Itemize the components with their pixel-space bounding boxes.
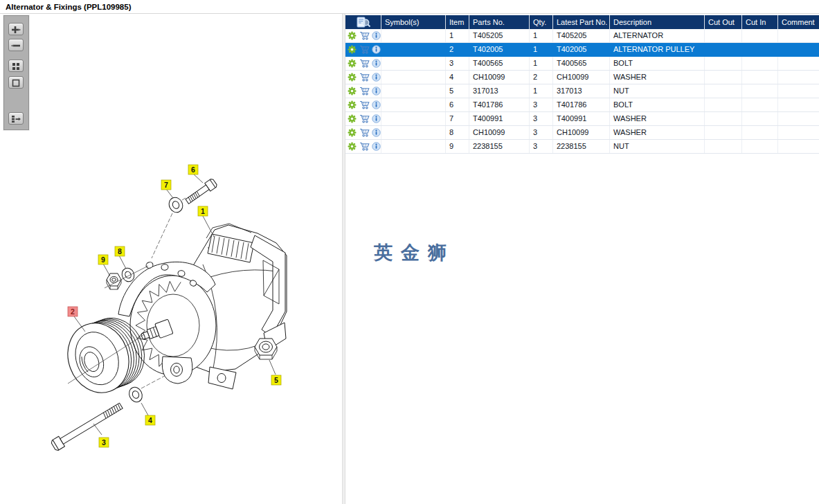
diagram-pane: 123456789 <box>0 14 342 504</box>
info-icon[interactable] <box>372 100 381 110</box>
cell-description: BOLT <box>610 98 705 111</box>
cell-latest-part-no: 317013 <box>553 84 610 98</box>
cell-parts-no: T401786 <box>469 98 530 111</box>
cart-icon[interactable] <box>359 87 370 96</box>
table-row[interactable]: 7 T400991 3 T400991 WASHER <box>345 112 819 126</box>
svg-text:1: 1 <box>201 207 205 215</box>
table-row[interactable]: 5 317013 1 317013 NUT <box>345 84 819 98</box>
callout-9[interactable]: 9 <box>98 255 108 264</box>
column-header-cut-in[interactable]: Cut In <box>742 15 778 29</box>
callout-1[interactable]: 1 <box>198 206 208 216</box>
gear-icon[interactable] <box>348 142 357 152</box>
callout-2[interactable]: 2 <box>68 307 78 316</box>
bolt-6 <box>184 178 217 206</box>
column-header-item[interactable]: Item <box>446 15 469 29</box>
cart-icon[interactable] <box>359 31 370 41</box>
row-actions <box>345 140 381 153</box>
cell-parts-no: T400991 <box>469 112 530 125</box>
page-title-bar: Alternator & Fixings (PPL109985) <box>0 0 819 14</box>
gear-icon[interactable] <box>348 100 357 110</box>
info-icon[interactable] <box>372 59 381 69</box>
column-header-cut-out[interactable]: Cut Out <box>705 15 742 29</box>
table-row[interactable]: 4 CH10099 2 CH10099 WASHER <box>345 71 819 84</box>
gear-icon[interactable] <box>348 114 357 124</box>
cell-latest-part-no: T405205 <box>553 29 610 42</box>
row-actions <box>345 98 381 111</box>
cart-icon[interactable] <box>359 59 370 69</box>
column-header-description[interactable]: Description <box>610 15 705 29</box>
fit-window-button[interactable] <box>8 76 24 89</box>
info-icon[interactable] <box>372 142 381 152</box>
cell-comment <box>778 43 819 56</box>
zoom-in-button[interactable] <box>8 23 24 35</box>
svg-text:9: 9 <box>101 255 105 264</box>
gear-icon[interactable] <box>348 45 357 55</box>
cell-description: BOLT <box>610 57 705 70</box>
table-row[interactable]: 6 T401786 3 T401786 BOLT <box>345 98 819 112</box>
table-row[interactable]: 9 2238155 3 2238155 NUT <box>345 140 819 154</box>
cell-cut-out <box>705 140 742 153</box>
callout-3[interactable]: 3 <box>99 438 109 447</box>
column-header-comment[interactable]: Comment <box>778 15 819 29</box>
cell-comment <box>778 84 819 98</box>
cell-description: WASHER <box>610 112 705 125</box>
nut-5 <box>255 339 277 359</box>
gear-icon[interactable] <box>348 31 357 41</box>
diagram-toolbar <box>3 15 29 130</box>
gear-icon[interactable] <box>348 59 357 69</box>
info-icon[interactable] <box>372 45 381 55</box>
table-row[interactable]: 2 T402005 1 T402005 ALTERNATOR PULLEY <box>345 43 819 57</box>
info-icon[interactable] <box>372 114 381 124</box>
cell-latest-part-no: T401786 <box>553 98 610 111</box>
table-row[interactable]: 3 T400565 1 T400565 BOLT <box>345 57 819 71</box>
cell-description: NUT <box>610 140 705 153</box>
svg-text:8: 8 <box>118 247 122 255</box>
cell-comment <box>778 140 819 153</box>
column-header-latest-part-no[interactable]: Latest Part No. <box>553 15 610 29</box>
cell-parts-no: 317013 <box>469 84 530 98</box>
cell-latest-part-no: CH10099 <box>553 71 610 84</box>
info-icon[interactable] <box>372 73 381 82</box>
watermark-text: 英金狮 <box>374 240 455 265</box>
cell-cut-out <box>705 84 742 98</box>
table-row[interactable]: 8 CH10099 3 CH10099 WASHER <box>345 126 819 140</box>
info-icon[interactable] <box>372 31 381 41</box>
column-header-parts-no[interactable]: Parts No. <box>469 15 530 29</box>
info-icon[interactable] <box>372 128 381 138</box>
gear-icon[interactable] <box>348 128 357 138</box>
cell-cut-in <box>742 57 778 70</box>
row-actions <box>345 112 381 125</box>
table-row[interactable]: 1 T405205 1 T405205 ALTERNATOR <box>345 29 819 43</box>
cell-item: 2 <box>446 43 469 56</box>
cart-icon[interactable] <box>359 45 370 55</box>
callout-7[interactable]: 7 <box>161 180 171 190</box>
cell-item: 1 <box>446 29 469 42</box>
zoom-out-button[interactable] <box>8 39 24 51</box>
cart-icon[interactable] <box>359 73 370 82</box>
callout-6[interactable]: 6 <box>188 165 198 174</box>
callout-8[interactable]: 8 <box>115 246 125 256</box>
column-header-qty[interactable]: Qty. <box>530 15 553 29</box>
tile-windows-button[interactable] <box>8 60 24 72</box>
info-icon[interactable] <box>372 87 381 96</box>
callout-4[interactable]: 4 <box>145 415 155 425</box>
column-header-symbols[interactable]: Symbol(s) <box>381 15 446 29</box>
zoom-out-icon <box>11 42 21 50</box>
collapse-panel-button[interactable] <box>8 112 24 125</box>
cart-icon[interactable] <box>359 114 370 124</box>
callout-5[interactable]: 5 <box>271 375 281 385</box>
table-header-row: Symbol(s) Item Parts No. Qty. Latest Par… <box>345 15 819 29</box>
zoom-in-icon <box>11 26 21 34</box>
cart-icon[interactable] <box>359 128 370 138</box>
cart-icon[interactable] <box>359 100 370 110</box>
cell-parts-no: T402005 <box>469 43 530 56</box>
gear-icon[interactable] <box>348 87 357 96</box>
cell-cut-out <box>705 98 742 111</box>
cart-icon[interactable] <box>359 142 370 152</box>
cell-item: 3 <box>446 57 469 70</box>
cell-qty: 3 <box>530 112 553 125</box>
table-body: 1 T405205 1 T405205 ALTERNATOR <box>345 29 819 154</box>
cell-item: 7 <box>446 112 469 125</box>
cell-symbols <box>381 29 446 42</box>
gear-icon[interactable] <box>348 73 357 82</box>
